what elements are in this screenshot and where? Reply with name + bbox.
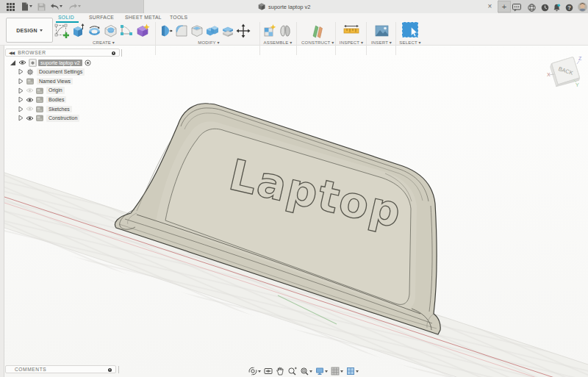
tree-item-label[interactable]: Document Settings — [37, 68, 85, 76]
notifications-bell-icon[interactable] — [551, 2, 562, 12]
visibility-eye-icon[interactable] — [26, 115, 34, 121]
browser-row-bodies[interactable]: Bodies — [0, 95, 91, 104]
folder-icon — [36, 115, 43, 121]
pan-hand-icon — [276, 367, 284, 376]
browser-panel-header[interactable]: ◀◀ BROWSER — [5, 49, 120, 57]
extensions-icon[interactable] — [526, 2, 537, 12]
visibility-eye-icon[interactable] — [26, 97, 34, 103]
document-title: suporte laptop v2 — [268, 4, 311, 10]
close-tab-icon[interactable]: × — [486, 2, 494, 10]
hole-icon[interactable] — [103, 24, 118, 38]
fillet-icon[interactable] — [174, 24, 189, 38]
file-menu-icon[interactable] — [20, 1, 30, 12]
pan-button[interactable] — [276, 367, 284, 376]
group-separator — [155, 22, 156, 55]
workspace-switcher[interactable]: DESIGN — [6, 18, 53, 43]
measure-icon[interactable] — [343, 24, 360, 38]
browser-options-icon[interactable] — [112, 51, 115, 55]
revolve-icon[interactable] — [87, 24, 102, 38]
group-label-create[interactable]: CREATE ▾ — [54, 40, 153, 45]
joint-icon[interactable] — [278, 24, 293, 38]
feedback-chat-icon[interactable] — [512, 2, 522, 12]
orbit-button[interactable] — [248, 367, 261, 376]
undo-icon[interactable] — [49, 1, 60, 12]
file-menu-caret-icon[interactable] — [29, 5, 32, 7]
fit-caret-icon — [309, 370, 312, 373]
browser-row-sketches[interactable]: Sketches — [0, 104, 91, 114]
group-label-insert[interactable]: INSERT ▾ — [368, 40, 395, 45]
save-icon[interactable] — [36, 1, 46, 12]
expand-triangle-icon[interactable] — [18, 96, 24, 103]
document-cube-icon — [258, 3, 265, 10]
redo-caret-icon[interactable] — [78, 5, 81, 7]
browser-row-document-settings[interactable]: Document Settings — [0, 68, 91, 77]
select-icon[interactable] — [401, 21, 419, 38]
expand-triangle-icon[interactable] — [18, 115, 24, 121]
canvas-insert-icon[interactable] — [374, 24, 390, 38]
browser-panel-title: BROWSER — [18, 50, 46, 55]
user-avatar[interactable] — [577, 1, 587, 12]
undo-caret-icon[interactable] — [60, 5, 62, 7]
viewport-3d[interactable]: Laptop ◀◀ BROWSER — [0, 46, 588, 377]
tree-item-label[interactable]: Origin — [46, 87, 65, 94]
display-settings-button[interactable] — [315, 367, 328, 376]
group-label-select[interactable]: SELECT ▾ — [397, 40, 423, 45]
group-label-inspect[interactable]: INSPECT ▾ — [337, 40, 366, 45]
activate-radio-icon[interactable] — [85, 60, 91, 66]
expand-triangle-icon[interactable] — [10, 60, 16, 66]
browser-row-origin[interactable]: Origin — [0, 86, 91, 96]
shell-icon[interactable] — [190, 24, 204, 38]
look-at-button[interactable] — [264, 367, 273, 376]
combine-icon[interactable] — [205, 24, 220, 38]
document-tab[interactable]: suporte laptop v2 × — [143, 0, 499, 13]
visibility-eye-icon-hidden[interactable] — [26, 106, 34, 112]
component-document-icon — [29, 59, 37, 67]
new-tab-button[interactable]: + — [498, 1, 511, 12]
help-icon[interactable]: ? — [564, 2, 574, 12]
comments-options-icon[interactable] — [108, 368, 112, 372]
grid-snaps-button[interactable] — [331, 367, 343, 376]
fit-button[interactable] — [300, 367, 312, 376]
tree-item-label[interactable]: Sketches — [46, 106, 72, 113]
tree-item-label[interactable]: Bodies — [46, 96, 66, 104]
visibility-eye-icon-hidden[interactable] — [26, 87, 34, 93]
tree-item-label[interactable]: Construction — [46, 115, 79, 122]
group-separator — [366, 22, 367, 55]
job-status-clock-icon[interactable] — [539, 2, 550, 12]
expand-triangle-icon[interactable] — [18, 68, 24, 75]
group-label-construct[interactable]: CONSTRUCT ▾ — [301, 40, 334, 45]
comments-panel-header[interactable]: COMMENTS — [5, 365, 116, 373]
root-component-label[interactable]: suporte laptop v2 — [38, 60, 82, 67]
extrude-icon[interactable] — [71, 24, 86, 38]
collapse-browser-icon[interactable]: ◀◀ — [9, 50, 14, 55]
browser-panel-resize-handle[interactable] — [121, 49, 122, 57]
construction-plane-icon[interactable] — [310, 24, 325, 38]
expand-triangle-icon[interactable] — [18, 78, 24, 85]
sketch-dimension-icon[interactable] — [119, 24, 135, 38]
group-label-assemble[interactable]: ASSEMBLE ▾ — [262, 40, 293, 45]
data-panel-grid-icon[interactable] — [5, 1, 15, 12]
primitive-box-icon[interactable] — [135, 24, 151, 38]
grid-caret-icon — [340, 370, 343, 373]
browser-row-named-views[interactable]: Named Views — [0, 76, 91, 86]
move-copy-icon[interactable] — [236, 24, 251, 38]
redo-icon[interactable] — [68, 1, 78, 12]
group-modify: MODIFY ▾ — [159, 22, 259, 45]
browser-tree: suporte laptop v2 Document Settings — [0, 58, 91, 123]
press-pull-icon[interactable] — [159, 24, 173, 38]
expand-triangle-icon[interactable] — [18, 87, 24, 94]
browser-row-construction[interactable]: Construction — [0, 114, 91, 123]
offset-face-icon[interactable] — [220, 24, 235, 38]
expand-triangle-icon[interactable] — [18, 106, 24, 112]
visibility-eye-icon[interactable] — [18, 60, 26, 65]
group-insert: INSERT ▾ — [368, 22, 395, 45]
view-cube[interactable]: BACK X Z Y — [535, 46, 588, 97]
zoom-button[interactable] — [287, 367, 297, 376]
tree-item-label[interactable]: Named Views — [37, 78, 73, 85]
browser-row-root[interactable]: suporte laptop v2 — [0, 58, 91, 68]
comments-panel-resize-handle[interactable] — [118, 366, 119, 373]
new-component-icon[interactable] — [262, 24, 277, 38]
create-sketch-icon[interactable] — [54, 24, 70, 38]
viewports-button[interactable] — [346, 367, 359, 376]
group-label-modify[interactable]: MODIFY ▾ — [159, 40, 259, 45]
